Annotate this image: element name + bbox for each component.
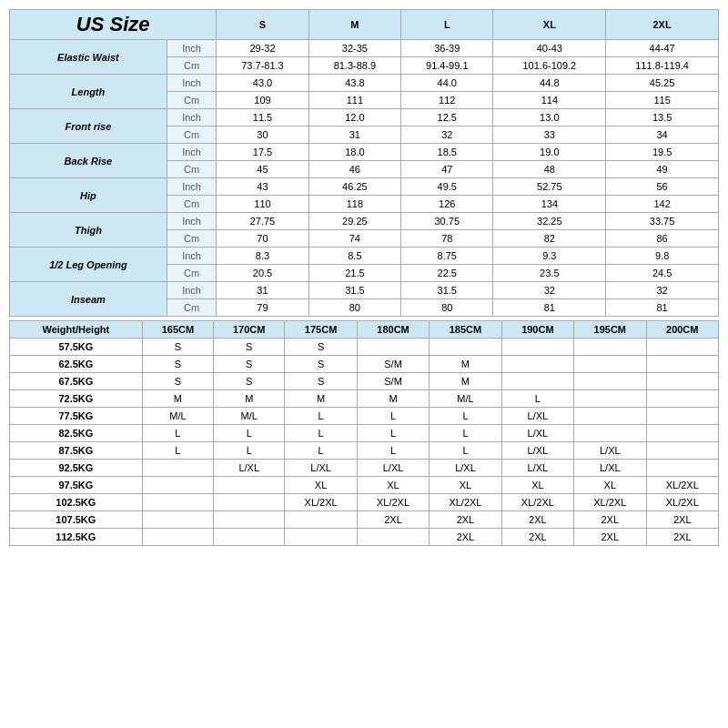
size-cell: XL/2XL <box>646 494 719 511</box>
data-cell: 32-35 <box>308 40 400 57</box>
size-cell: L <box>501 390 573 408</box>
size-cell: M <box>285 390 357 408</box>
data-cell: 115 <box>606 92 719 109</box>
data-cell: 44.8 <box>493 75 606 92</box>
size-cell <box>501 356 573 373</box>
data-cell: 31 <box>308 126 400 144</box>
wh-header: 200CM <box>646 321 719 339</box>
size-cell <box>646 339 719 356</box>
size-cell <box>574 339 646 356</box>
size-cell <box>646 460 719 477</box>
size-cell: L/XL <box>501 442 573 460</box>
size-cell: XL <box>574 477 646 494</box>
category-cell: Length <box>10 75 167 109</box>
data-cell: 9.8 <box>606 248 719 265</box>
data-cell: 49 <box>606 161 719 178</box>
data-cell: 18.0 <box>308 144 400 161</box>
data-cell: 74 <box>308 230 400 248</box>
wh-header: 195CM <box>574 321 646 339</box>
size-cell: S <box>285 356 357 373</box>
data-cell: 46 <box>308 161 400 178</box>
data-cell: 22.5 <box>401 265 493 282</box>
weight-cell: 107.5KG <box>10 511 143 529</box>
data-cell: 101.6-109.2 <box>493 57 606 75</box>
data-cell: 45 <box>217 161 308 178</box>
data-cell: 46.25 <box>308 178 400 196</box>
unit-cell: Cm <box>167 196 216 213</box>
size-header: L <box>401 10 493 40</box>
size-cell: L <box>430 408 501 425</box>
size-cell <box>357 339 429 356</box>
size-cell: L <box>285 408 357 425</box>
size-cell: M/L <box>142 408 213 425</box>
size-cell <box>646 442 719 460</box>
data-cell: 29.25 <box>308 213 400 230</box>
unit-cell: Inch <box>167 178 216 196</box>
data-cell: 78 <box>401 230 493 248</box>
size-cell: L <box>142 425 213 442</box>
size-cell: S <box>142 373 213 390</box>
data-cell: 9.3 <box>493 248 606 265</box>
data-cell: 79 <box>217 299 308 317</box>
category-cell: 1/2 Leg Opening <box>10 248 167 282</box>
unit-cell: Inch <box>167 40 216 57</box>
data-cell: 32 <box>401 126 493 144</box>
unit-cell: Cm <box>167 161 216 178</box>
data-cell: 33 <box>493 126 606 144</box>
category-cell: Thigh <box>10 213 167 248</box>
size-cell: 2XL <box>357 511 429 529</box>
size-cell: M <box>430 356 501 373</box>
size-cell <box>214 477 285 494</box>
data-cell: 112 <box>401 92 493 109</box>
unit-cell: Inch <box>167 144 216 161</box>
size-cell: M <box>142 390 213 408</box>
size-cell: L/XL <box>501 425 573 442</box>
size-header: XL <box>493 10 606 40</box>
size-cell <box>142 494 213 511</box>
size-cell: L/XL <box>214 460 285 477</box>
unit-cell: Inch <box>167 213 216 230</box>
data-cell: 80 <box>401 299 493 317</box>
data-cell: 11.5 <box>217 109 308 126</box>
category-cell: Front rise <box>10 109 167 144</box>
main-container: US SizeSMLXL2XLElastic WaistInch29-3232-… <box>9 9 719 546</box>
data-cell: 47 <box>401 161 493 178</box>
data-cell: 86 <box>606 230 719 248</box>
wh-header: 175CM <box>285 321 357 339</box>
size-cell: L/XL <box>357 460 429 477</box>
size-cell: M/L <box>214 408 285 425</box>
size-cell: 2XL <box>501 529 573 546</box>
data-cell: 27.75 <box>217 213 308 230</box>
weight-cell: 112.5KG <box>10 529 143 546</box>
data-cell: 19.5 <box>606 144 719 161</box>
data-cell: 126 <box>401 196 493 213</box>
size-cell: M <box>430 373 501 390</box>
data-cell: 36-39 <box>401 40 493 57</box>
data-cell: 111.8-119.4 <box>606 57 719 75</box>
size-cell: M <box>357 390 429 408</box>
unit-cell: Cm <box>167 57 216 75</box>
data-cell: 81 <box>606 299 719 317</box>
wh-header: 185CM <box>430 321 501 339</box>
data-cell: 48 <box>493 161 606 178</box>
size-cell: 2XL <box>430 529 501 546</box>
size-cell: 2XL <box>646 529 719 546</box>
size-cell: L/XL <box>574 460 646 477</box>
size-cell: S/M <box>357 356 429 373</box>
size-cell: XL/2XL <box>646 477 719 494</box>
size-cell: L/XL <box>285 460 357 477</box>
data-cell: 44.0 <box>401 75 493 92</box>
size-cell: L/XL <box>574 442 646 460</box>
size-cell: L/XL <box>430 460 501 477</box>
size-cell <box>574 390 646 408</box>
weight-cell: 92.5KG <box>10 460 143 477</box>
unit-cell: Cm <box>167 230 216 248</box>
data-cell: 32 <box>606 282 719 299</box>
size-cell: XL <box>357 477 429 494</box>
data-cell: 33.75 <box>606 213 719 230</box>
size-cell <box>142 529 213 546</box>
weight-cell: 87.5KG <box>10 442 143 460</box>
size-cell <box>214 494 285 511</box>
size-cell: M <box>214 390 285 408</box>
data-cell: 43.8 <box>308 75 400 92</box>
